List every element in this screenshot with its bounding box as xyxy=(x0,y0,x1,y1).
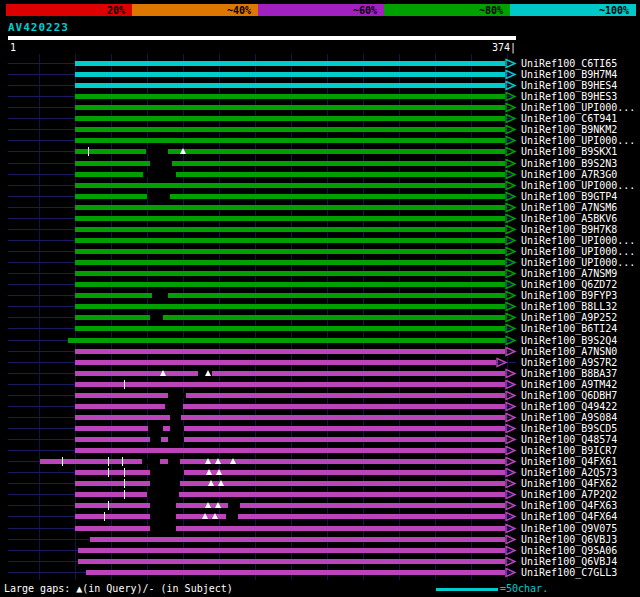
hit-label[interactable]: UniRef100_B6TI24 xyxy=(521,323,617,334)
hit-bar[interactable] xyxy=(75,172,505,177)
hit-label[interactable]: UniRef100_UPI000... xyxy=(521,257,635,268)
hit-bar[interactable] xyxy=(75,61,505,66)
hit-label[interactable]: UniRef100_Q6DBH7 xyxy=(521,390,617,401)
hit-label[interactable]: UniRef100_Q4FX64 xyxy=(521,511,617,522)
hit-bar[interactable] xyxy=(75,238,505,243)
hit-label[interactable]: UniRef100_C7GLL3 xyxy=(521,567,617,578)
hit-label[interactable]: UniRef100_B9H7K8 xyxy=(521,224,617,235)
hit-bar[interactable] xyxy=(75,249,505,254)
hit-bar[interactable] xyxy=(75,116,505,121)
hit-label[interactable]: UniRef100_B8BA37 xyxy=(521,368,617,379)
hit-bar[interactable] xyxy=(75,492,505,497)
hit-bar[interactable] xyxy=(75,149,505,154)
hit-label[interactable]: UniRef100_Q4FX63 xyxy=(521,500,617,511)
hit-label[interactable]: UniRef100_A5BKV6 xyxy=(521,213,617,224)
hit-label[interactable]: UniRef100_A9S7R2 xyxy=(521,357,617,368)
alignment-gap xyxy=(168,459,180,464)
hit-bar[interactable] xyxy=(75,161,505,166)
hit-bar[interactable] xyxy=(75,514,505,519)
hit-bar[interactable] xyxy=(75,293,505,298)
alignment-gap xyxy=(150,514,176,519)
hit-label[interactable]: UniRef100_A7P2Q2 xyxy=(521,489,617,500)
hit-label[interactable]: UniRef100_A9S084 xyxy=(521,412,617,423)
hit-label[interactable]: UniRef100_UPI000... xyxy=(521,246,635,257)
hit-label[interactable]: UniRef100_A9P252 xyxy=(521,312,617,323)
hit-label[interactable]: UniRef100_A7NSM9 xyxy=(521,268,617,279)
hit-bar[interactable] xyxy=(90,537,505,542)
hit-label[interactable]: UniRef100_Q9SA06 xyxy=(521,545,617,556)
hit-bar[interactable] xyxy=(75,205,505,210)
hit-bar[interactable] xyxy=(75,315,505,320)
hit-bar[interactable] xyxy=(75,360,496,365)
hit-label[interactable]: UniRef100_UPI000... xyxy=(521,180,635,191)
hit-bar[interactable] xyxy=(68,338,505,343)
hit-label[interactable]: UniRef100_B9GTP4 xyxy=(521,191,617,202)
hit-label[interactable]: UniRef100_B9HES4 xyxy=(521,80,617,91)
hit-bar[interactable] xyxy=(75,227,505,232)
hit-label[interactable]: UniRef100_B9SKX1 xyxy=(521,146,617,157)
hit-bar[interactable] xyxy=(75,426,505,431)
hit-label[interactable]: UniRef100_Q4FX62 xyxy=(521,478,617,489)
hit-label[interactable]: UniRef100_UPI000... xyxy=(521,235,635,246)
hit-bar[interactable] xyxy=(75,282,505,287)
hit-bar[interactable] xyxy=(75,83,505,88)
hit-label[interactable]: UniRef100_A7NSM6 xyxy=(521,202,617,213)
hit-bar[interactable] xyxy=(75,470,505,475)
hit-label[interactable]: UniRef100_Q4FX61 xyxy=(521,456,617,467)
hit-label[interactable]: UniRef100_Q9V075 xyxy=(521,523,617,534)
hit-label[interactable]: UniRef100_B9H7M4 xyxy=(521,69,617,80)
hit-row: UniRef100_Q6ZD72 xyxy=(0,279,640,290)
hit-bar[interactable] xyxy=(78,548,505,553)
hit-bar[interactable] xyxy=(75,404,505,409)
hit-bar[interactable] xyxy=(75,371,505,376)
hit-bar[interactable] xyxy=(75,271,505,276)
hit-bar[interactable] xyxy=(86,570,505,575)
hit-label[interactable]: UniRef100_A7NSN0 xyxy=(521,346,617,357)
hit-label[interactable]: UniRef100_C6TI65 xyxy=(521,58,617,69)
hit-bar[interactable] xyxy=(75,138,505,143)
hit-label[interactable]: UniRef100_B9ICR7 xyxy=(521,445,617,456)
hit-label[interactable]: UniRef100_Q6ZD72 xyxy=(521,279,617,290)
hit-bar[interactable] xyxy=(75,481,505,486)
hit-label[interactable]: UniRef100_Q6VBJ3 xyxy=(521,534,617,545)
hit-bar[interactable] xyxy=(75,183,505,188)
hit-label[interactable]: UniRef100_A7R3G0 xyxy=(521,169,617,180)
hit-row: UniRef100_B9ICR7 xyxy=(0,445,640,456)
hit-bar[interactable] xyxy=(75,382,505,387)
hit-label[interactable]: UniRef100_Q48574 xyxy=(521,434,617,445)
hit-bar[interactable] xyxy=(78,559,505,564)
hit-label[interactable]: UniRef100_UPI000... xyxy=(521,135,635,146)
hit-bar[interactable] xyxy=(75,448,505,453)
hit-bar[interactable] xyxy=(75,326,505,331)
hit-label[interactable]: UniRef100_B8LL32 xyxy=(521,301,617,312)
hit-label[interactable]: UniRef100_B9SCD5 xyxy=(521,423,617,434)
hit-bar[interactable] xyxy=(75,349,505,354)
hit-bar[interactable] xyxy=(75,72,505,77)
hit-label[interactable]: UniRef100_UPI000... xyxy=(521,102,635,113)
hit-label[interactable]: UniRef100_B9S2N3 xyxy=(521,158,617,169)
hit-bar[interactable] xyxy=(75,127,505,132)
hit-label[interactable]: UniRef100_C6T941 xyxy=(521,113,617,124)
hit-label[interactable]: UniRef100_A2Q573 xyxy=(521,467,617,478)
strand-arrow-icon xyxy=(505,135,517,146)
hit-bar[interactable] xyxy=(75,437,505,442)
hit-bar[interactable] xyxy=(75,260,505,265)
hit-bar[interactable] xyxy=(75,216,505,221)
gap-tick-icon xyxy=(124,380,125,389)
hit-bar[interactable] xyxy=(40,459,505,464)
hit-label[interactable]: UniRef100_A9TM42 xyxy=(521,379,617,390)
hit-label[interactable]: UniRef100_B9HES3 xyxy=(521,91,617,102)
hit-bar[interactable] xyxy=(75,304,505,309)
hit-bar[interactable] xyxy=(75,393,505,398)
hit-bar[interactable] xyxy=(75,526,505,531)
hit-label[interactable]: UniRef100_B9NKM2 xyxy=(521,124,617,135)
hit-label[interactable]: UniRef100_Q49422 xyxy=(521,401,617,412)
hit-bar[interactable] xyxy=(75,415,505,420)
hit-bar[interactable] xyxy=(75,194,505,199)
hit-bar[interactable] xyxy=(75,503,505,508)
hit-label[interactable]: UniRef100_B9S2Q4 xyxy=(521,335,617,346)
hit-label[interactable]: UniRef100_Q6VBJ4 xyxy=(521,556,617,567)
hit-bar[interactable] xyxy=(75,105,505,110)
hit-bar[interactable] xyxy=(75,94,505,99)
hit-label[interactable]: UniRef100_B9FYP3 xyxy=(521,290,617,301)
